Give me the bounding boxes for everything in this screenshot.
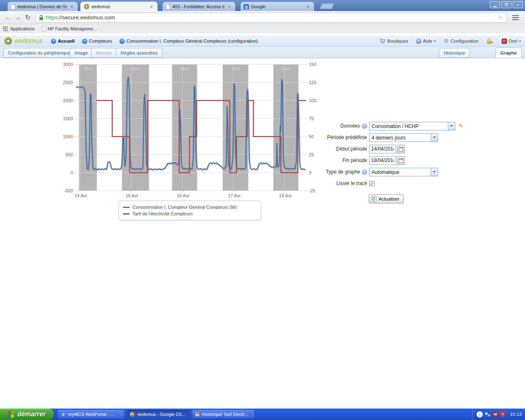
bookmark-label: HP Facility Manageme... [48, 26, 97, 31]
type-graphe-select[interactable]: Automatique [369, 168, 438, 176]
debut-date-input[interactable] [369, 145, 396, 153]
chrome-menu-icon[interactable] [509, 13, 522, 23]
taskbar: démarrer e myMCS WebPortal - ... eedomus… [0, 409, 525, 420]
svg-text:25: 25 [309, 152, 314, 157]
svg-text:Nuit: Nuit [231, 66, 240, 71]
browser-tab-4[interactable]: g Google × [240, 2, 314, 11]
calendar-button[interactable] [397, 145, 405, 153]
eedomus-header: eedomus › Accueil › Compteurs › Consomma… [0, 35, 525, 47]
chevron-down-icon[interactable] [448, 122, 455, 130]
taskbar-item-historique[interactable]: Historique Tarif Electr... [192, 410, 255, 419]
fin-date-input[interactable] [369, 156, 396, 165]
minimize-button[interactable] [490, 1, 500, 8]
mcafee-icon[interactable]: M [493, 412, 498, 417]
lisser-checkbox[interactable]: ✓ [369, 181, 374, 186]
close-button[interactable]: × [513, 1, 523, 8]
donnees-select[interactable]: Consomation / HCHP [369, 122, 455, 130]
brand-name[interactable]: eedomus [15, 37, 43, 45]
breadcrumb-accueil[interactable]: › Accueil [51, 39, 75, 44]
calendar-button[interactable] [397, 156, 405, 165]
arrow-circle-icon: › [82, 39, 87, 44]
svg-text:3000: 3000 [63, 62, 73, 67]
legend-item-consommation[interactable]: Consommation I. Compteur Général Compteu… [123, 204, 257, 210]
browser-tab-2-active[interactable]: eedomus × [80, 2, 158, 11]
bookmark-star-icon[interactable]: ☆ [498, 14, 503, 21]
svg-text:-25: -25 [309, 188, 315, 193]
tab-configuration-peripherique[interactable]: Configuration du périphérique [3, 48, 75, 58]
tab-close-icon[interactable]: × [305, 4, 311, 9]
eedomus-logo-icon[interactable] [4, 37, 12, 45]
divider [498, 38, 498, 44]
apps-shortcut[interactable]: Applications [3, 26, 34, 31]
breadcrumb-device[interactable]: › Consommation I. Compteur Général Compt… [119, 39, 258, 44]
form-row-fin: Fin période [320, 156, 476, 165]
back-button[interactable]: ← [3, 14, 13, 22]
svg-text:2500: 2500 [63, 80, 73, 85]
divider [440, 38, 440, 44]
eedomus-favicon-icon [84, 4, 89, 9]
taskbar-item-eedomus[interactable]: eedomus - Google Ch... [127, 410, 190, 419]
taskbar-clock: 10:13 [510, 412, 522, 417]
chevron-down-icon[interactable] [431, 168, 438, 176]
lisser-label: Lisser le tracé [320, 180, 367, 186]
actualiser-button[interactable]: Actualiser [369, 194, 404, 203]
help-icon: ? [416, 39, 421, 44]
boutiques-button[interactable]: Boutiques [379, 39, 408, 44]
configuration-button[interactable]: ⚙ Configuration [444, 38, 479, 44]
tab-close-icon[interactable]: × [69, 4, 75, 9]
security-shield-icon[interactable]: × [500, 411, 505, 417]
security-lock-icon[interactable] [486, 38, 494, 44]
tab-close-icon[interactable]: × [148, 4, 154, 9]
divider [412, 38, 412, 44]
bookmark-item[interactable]: HP Facility Manageme... [42, 26, 97, 31]
windows-flag-icon [8, 411, 15, 418]
svg-text:1000: 1000 [63, 134, 73, 139]
address-bar[interactable]: https ://secure.eedomus.com ☆ [35, 13, 507, 23]
bookmarks-bar: Applications HP Facility Manageme... [0, 24, 525, 33]
tab-graphe[interactable]: Graphe [495, 48, 522, 58]
new-tab-button[interactable] [320, 3, 335, 9]
tab-macros: Macros [91, 48, 116, 58]
breadcrumb-compteurs[interactable]: › Compteurs [82, 39, 112, 44]
svg-text:150: 150 [309, 62, 316, 67]
periode-select[interactable]: 4 derniers jours [369, 133, 438, 142]
forward-button[interactable]: → [13, 14, 23, 22]
start-button[interactable]: démarrer [0, 409, 54, 420]
calendar-icon [399, 158, 403, 163]
help-icon[interactable]: ? [362, 123, 367, 129]
legend-item-tarif[interactable]: Tarif de l'électricité Compteurs [123, 210, 257, 217]
taskbar-item-mymcs[interactable]: e myMCS WebPortal - ... [57, 410, 124, 419]
tab-close-icon[interactable]: × [226, 4, 232, 9]
apps-label: Applications [10, 26, 34, 31]
tray-collapse-icon[interactable]: ‹ [477, 411, 483, 418]
tab-regles-associees[interactable]: Règles associées [116, 48, 162, 58]
user-menu-button[interactable]: Orel ▾ [502, 39, 521, 44]
apps-grid-icon [3, 26, 8, 31]
browser-tab-1[interactable]: eedomus | Donnez de l'intelli × [7, 2, 78, 11]
tab-title: eedomus [91, 4, 146, 9]
chart-svg[interactable]: NuitNuitNuitNuitNuit30001502500125200010… [57, 61, 324, 202]
restore-button[interactable] [501, 1, 511, 8]
calendar-icon [399, 147, 403, 151]
cart-icon [379, 39, 386, 44]
form-row-actions: Actualiser [369, 194, 476, 203]
consumption-chart[interactable]: NuitNuitNuitNuitNuit30001502500125200010… [57, 61, 324, 202]
arrow-circle-icon: › [51, 39, 56, 44]
refresh-icon [371, 196, 377, 202]
svg-text:50: 50 [309, 134, 314, 139]
chevron-down-icon[interactable] [431, 134, 438, 142]
legend-label: Tarif de l'électricité Compteurs [132, 211, 193, 216]
tab-historique[interactable]: Historique [439, 48, 470, 58]
donnees-label: Données ? [320, 123, 367, 129]
svg-text:75: 75 [309, 116, 314, 121]
svg-text:Nuit: Nuit [282, 66, 290, 71]
url-scheme: https [46, 14, 57, 21]
tab-image[interactable]: Image [70, 48, 93, 58]
edit-pencil-icon[interactable]: ✎ [459, 123, 463, 129]
reload-button[interactable]: ↻ [23, 14, 33, 21]
network-icon[interactable] [485, 412, 491, 417]
svg-text:Nuit: Nuit [84, 66, 92, 71]
help-icon[interactable]: ? [362, 169, 367, 175]
browser-tab-3[interactable]: 403 - Forbidden: Access is d × [162, 2, 235, 11]
aide-button[interactable]: ? Aide ▾ [416, 39, 436, 44]
